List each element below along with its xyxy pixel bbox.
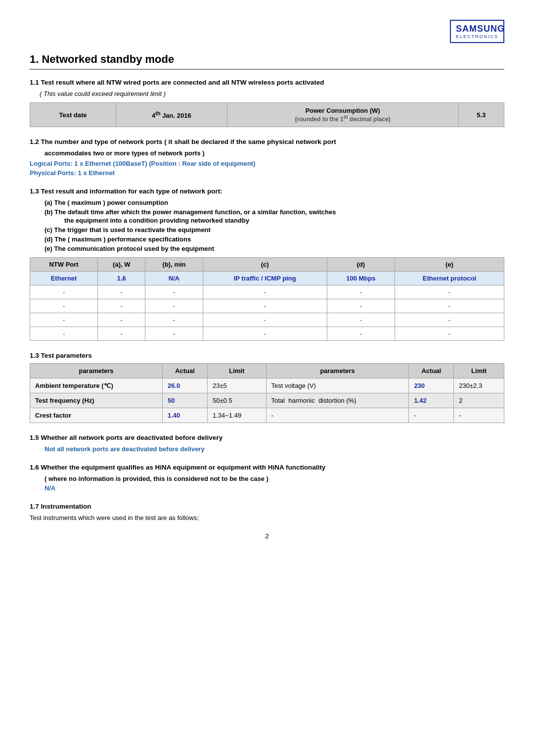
ntw-r2-c6: - [395, 285, 504, 299]
param-r2-actual: 50 [163, 393, 208, 408]
param-r3-limit: 1.34~1.49 [207, 408, 266, 423]
param-r1-label: Ambient temperature (℃) [30, 378, 163, 393]
param-row-2: Test frequency (Hz) 50 50±0.5 Total harm… [30, 393, 504, 408]
ntw-ethernet-b: N/A [145, 272, 203, 285]
ntw-row-5: - - - - - - [30, 327, 504, 341]
param-r2-actual2: 1.42 [409, 393, 454, 408]
logical-ports: Logical Ports: 1 x Ethernet (100BaseT) (… [30, 160, 504, 167]
ntw-col-b: (b), min [145, 258, 203, 272]
ntw-r3-c1: - [30, 299, 98, 313]
item-d: (d) The ( maximum ) performance specific… [44, 236, 504, 243]
param-r3-actual: 1.40 [163, 408, 208, 423]
page-number: 2 [30, 532, 504, 540]
ntw-r4-c4: - [203, 313, 327, 327]
ntw-r5-c6: - [395, 327, 504, 341]
ntw-r3-c3: - [145, 299, 203, 313]
page-header: SAMSUNG ELECTRONICS [30, 20, 504, 43]
section17-text: Test instruments which were used in the … [30, 514, 504, 521]
ntw-r5-c2: - [98, 327, 145, 341]
ntw-r3-c4: - [203, 299, 327, 313]
col-date-value: 4th Jan. 2016 [116, 103, 227, 127]
section17-title: 1.7 Instrumentation [30, 503, 504, 510]
samsung-logo: SAMSUNG ELECTRONICS [450, 20, 504, 43]
section16-title: 1.6 Whether the equipment qualifies as H… [30, 464, 504, 471]
ntw-r2-c4: - [203, 285, 327, 299]
ntw-r3-c2: - [98, 299, 145, 313]
param-r3-label: Crest factor [30, 408, 163, 423]
section12-title: 1.2 The number and type of network ports… [30, 138, 504, 145]
power-consumption-table: Test date 4th Jan. 2016 Power Consumptio… [30, 102, 504, 127]
section13-params-block: 1.3 Test parameters parameters Actual Li… [30, 352, 504, 423]
physical-ports: Physical Ports: 1 x Ethernet [30, 169, 504, 177]
ntw-row-ethernet: Ethernet 1.6 N/A IP traffic / ICMP ping … [30, 272, 504, 285]
item-c: (c) The trigger that is used to reactiva… [44, 226, 504, 234]
param-r3-actual2: - [409, 408, 454, 423]
ntw-r2-c2: - [98, 285, 145, 299]
ntw-col-c: (c) [203, 258, 327, 272]
item-a: (a) The ( maximum ) power consumption [44, 199, 504, 206]
ntw-ethernet-e: Ethernet protocol [395, 272, 504, 285]
ntw-r2-c3: - [145, 285, 203, 299]
col-power-header: Power Consumption (W) (rounded to the 1s… [227, 103, 458, 127]
item-b: (b) The default time after which the pow… [44, 208, 504, 216]
section15: 1.5 Whether all network ports are deacti… [30, 434, 504, 453]
ntw-r5-c1: - [30, 327, 98, 341]
section1-title-text: 1. Networked standby mode [30, 53, 174, 65]
param-r2-limit2: 2 [454, 393, 504, 408]
ntw-r4-c6: - [395, 313, 504, 327]
col-power-value: 5.3 [458, 103, 504, 127]
ntw-r4-c5: - [327, 313, 395, 327]
section1-title: 1. Networked standby mode [30, 53, 504, 70]
date-value-text: 4th Jan. 2016 [152, 112, 191, 119]
section16-note2: N/A [44, 484, 504, 492]
ntw-r4-c2: - [98, 313, 145, 327]
ntw-r2-c5: - [327, 285, 395, 299]
samsung-logo-text: SAMSUNG [456, 24, 498, 34]
section13-list: (a) The ( maximum ) power consumption (b… [44, 199, 504, 252]
ntw-table: NTW Port (a), W (b), min (c) (d) (e) Eth… [30, 257, 504, 341]
param-row-1: Ambient temperature (℃) 26.0 23±5 Test v… [30, 378, 504, 393]
power-header-main: Power Consumption (W) [233, 107, 452, 114]
section11-note: ( This value could exceed requirement li… [40, 90, 504, 97]
param-row-3: Crest factor 1.40 1.34~1.49 - - - [30, 408, 504, 423]
section11: 1.1 Test result where all NTW wired port… [30, 79, 504, 127]
param-r1-limit2: 230±2.3 [454, 378, 504, 393]
ntw-r5-c4: - [203, 327, 327, 341]
param-col-limit-2: Limit [454, 364, 504, 378]
section13-list-block: 1.3 Test result and information for each… [30, 188, 504, 341]
ntw-ethernet-label: Ethernet [30, 272, 98, 285]
section13-title: 1.3 Test result and information for each… [30, 188, 504, 195]
item-e: (e) The communication protocol used by t… [44, 245, 504, 252]
col-test-date: Test date [30, 103, 116, 127]
section12: 1.2 The number and type of network ports… [30, 138, 504, 177]
param-col-actual-1: Actual [163, 364, 208, 378]
param-r1-limit: 23±5 [207, 378, 266, 393]
param-r2-label2: Total harmonic distortion (%) [266, 393, 409, 408]
param-col-1: parameters [30, 364, 163, 378]
item-b-sub: the equipment into a condition providing… [64, 217, 504, 224]
ntw-r3-c5: - [327, 299, 395, 313]
ntw-ethernet-c: IP traffic / ICMP ping [203, 272, 327, 285]
param-col-actual-2: Actual [409, 364, 454, 378]
ntw-row-2: - - - - - - [30, 285, 504, 299]
ntw-row-3: - - - - - - [30, 299, 504, 313]
param-r3-limit2: - [454, 408, 504, 423]
power-header-sub: (rounded to the 1st decimal place) [233, 114, 452, 123]
ntw-r4-c1: - [30, 313, 98, 327]
param-r2-limit: 50±0.5 [207, 393, 266, 408]
section16: 1.6 Whether the equipment qualifies as H… [30, 464, 504, 492]
section16-note1: ( where no information is provided, this… [44, 475, 504, 482]
section11-title: 1.1 Test result where all NTW wired port… [30, 79, 504, 86]
section15-title: 1.5 Whether all network ports are deacti… [30, 434, 504, 441]
ntw-ethernet-d: 100 Mbps [327, 272, 395, 285]
ntw-col-a: (a), W [98, 258, 145, 272]
section12-title2: accommodates two or more types of networ… [44, 149, 504, 157]
ntw-r5-c5: - [327, 327, 395, 341]
ntw-row-4: - - - - - - [30, 313, 504, 327]
ntw-r2-c1: - [30, 285, 98, 299]
ntw-ethernet-a: 1.6 [98, 272, 145, 285]
param-r1-actual2: 230 [409, 378, 454, 393]
param-col-2: parameters [266, 364, 409, 378]
ntw-col-d: (d) [327, 258, 395, 272]
ntw-col-e: (e) [395, 258, 504, 272]
